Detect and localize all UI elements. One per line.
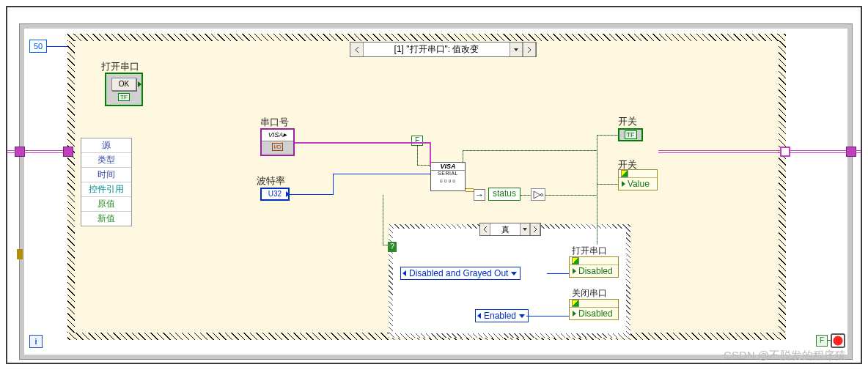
wire-bool [417, 165, 431, 166]
inner-case-body: 真 ? Disabled and Grayed Out Enabled 打开串口… [393, 229, 626, 333]
open-serial-label: 打开串口 [101, 60, 139, 73]
not-icon [533, 190, 543, 199]
tf-type-icon: TF [625, 130, 637, 139]
unbundle-by-name-node[interactable]: → [474, 189, 485, 201]
visa-configure-serial-node[interactable]: VISA SERIAL ▫▫▫▫ [430, 162, 466, 191]
wire-bool [383, 195, 383, 245]
event-case-selector[interactable]: [1] "打开串口": 值改变 [350, 42, 537, 57]
unbundle-item: 原值 [81, 197, 131, 212]
wire-bool [545, 195, 597, 196]
prop-header-icon [570, 257, 618, 265]
event-tunnel-left [63, 147, 73, 157]
while-loop-frame: 50 ⧗ [1] "打开串口": 值改变 打开串口 OK TF 源 类型 时间 … [6, 6, 862, 364]
wire-baud [333, 174, 334, 195]
wire-cluster [790, 150, 861, 153]
open-serial-terminal[interactable]: OK TF [105, 73, 143, 106]
value-property: Value [619, 178, 657, 190]
wait-ms-constant[interactable]: 50 [29, 40, 47, 53]
not-gate-node[interactable] [531, 188, 545, 201]
visa-node-sub: SERIAL [438, 171, 458, 176]
wire-bool [597, 135, 597, 245]
inner-case-structure: 真 ? Disabled and Grayed Out Enabled 打开串口… [389, 224, 630, 338]
unbundle-item: 源 [81, 138, 131, 153]
case-next-arrow[interactable] [523, 42, 536, 56]
svg-point-0 [541, 193, 543, 196]
serial-port-label: 串口号 [260, 116, 289, 129]
visa-node-pins-icon: ▫▫▫▫ [439, 177, 456, 184]
unbundle-item: 类型 [81, 153, 131, 168]
enum-enabled[interactable]: Enabled [475, 309, 529, 322]
event-data-node[interactable]: 源 类型 时间 控件引用 原值 新值 [81, 138, 132, 226]
loop-shift-register [17, 249, 23, 259]
error-status-output: status [488, 188, 521, 201]
loop-iteration-terminal: i [29, 335, 43, 348]
case-selector-terminal: ? [388, 242, 397, 252]
switch-indicator[interactable]: TF [618, 128, 643, 141]
case-next-arrow[interactable] [530, 223, 540, 235]
case-prev-arrow[interactable] [350, 42, 364, 56]
wire-bool [597, 135, 618, 136]
wire-bool [521, 195, 531, 196]
disabled-property: Disabled [570, 265, 618, 277]
wire [526, 316, 569, 317]
enum-disabled-grayed[interactable]: Disabled and Grayed Out [400, 267, 521, 280]
close-serial-property-node[interactable]: Disabled [569, 299, 619, 320]
inner-case-label: 真 [490, 224, 520, 235]
baud-label: 波特率 [257, 174, 285, 188]
wire-bool [463, 150, 463, 163]
ok-button: OK [111, 78, 136, 91]
wire-cluster [658, 150, 780, 153]
wire-baud [290, 194, 334, 195]
wire-cluster [7, 150, 63, 153]
unbundle-item: 控件引用 [81, 182, 131, 197]
wire-visa [430, 142, 431, 167]
switch-property-node[interactable]: Value [618, 169, 658, 190]
wire-bool [417, 146, 418, 165]
unbundle-item: 新值 [81, 212, 131, 226]
visa-node-header: VISA [431, 163, 465, 171]
case-dropdown-arrow[interactable] [520, 223, 530, 235]
wire-bool [597, 184, 618, 185]
case-dropdown-arrow[interactable] [510, 42, 523, 56]
wire-visa [295, 142, 431, 144]
event-tunnel-right [780, 147, 790, 157]
false-constant[interactable]: F [411, 136, 423, 146]
wire-bool [828, 340, 831, 341]
event-case-label: [1] "打开串口": 值改变 [364, 43, 510, 56]
tf-type-icon: TF [118, 93, 130, 101]
case-prev-arrow[interactable] [480, 223, 490, 235]
open-serial-property-node[interactable]: Disabled [569, 256, 619, 278]
visa-resource-control[interactable]: VISA▸ I/O [260, 128, 295, 156]
wire-error [466, 188, 474, 192]
prop-header-icon [619, 170, 657, 178]
disabled-property: Disabled [570, 308, 618, 319]
wire-bool [383, 245, 390, 245]
wire [547, 273, 569, 274]
prop2-label: 关闭串口 [572, 287, 607, 300]
visa-type-label: VISA▸ [262, 130, 293, 141]
wire-baud [333, 174, 431, 174]
unbundle-item: 时间 [81, 168, 131, 182]
wire-bool [545, 195, 546, 196]
prop-header-icon [570, 300, 618, 308]
wire [47, 46, 67, 47]
wire-bool [463, 150, 597, 151]
prop1-label: 打开串口 [572, 245, 607, 257]
inner-case-selector[interactable]: 真 [479, 223, 541, 236]
visa-io-label: I/O [272, 143, 283, 151]
baud-control[interactable]: U32 [260, 188, 290, 201]
switch-label: 开关 [618, 115, 637, 128]
false-constant-stop[interactable]: F [816, 335, 828, 347]
loop-stop-terminal[interactable] [831, 333, 845, 348]
